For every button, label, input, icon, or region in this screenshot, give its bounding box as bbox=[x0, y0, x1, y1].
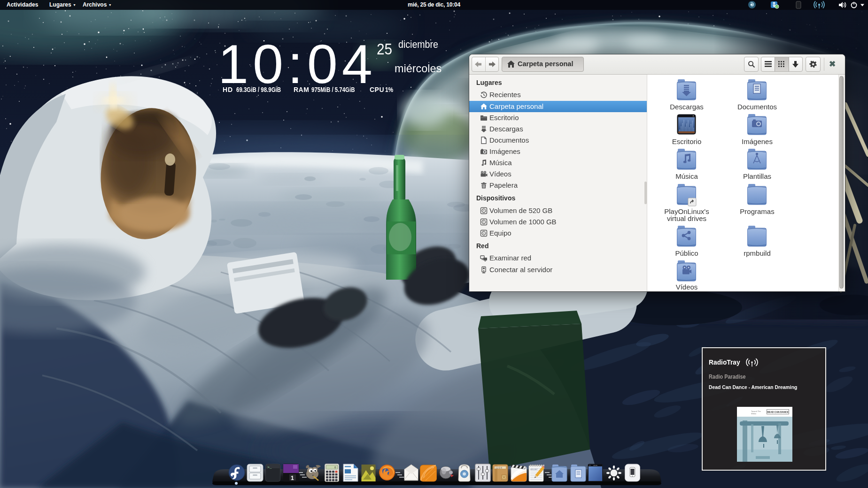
svg-text:1 2 3 4: 1 2 3 4 bbox=[496, 467, 502, 469]
svg-text:>_: >_ bbox=[267, 465, 272, 469]
svg-text:1: 1 bbox=[291, 475, 294, 481]
svg-text:xterm: xterm bbox=[593, 465, 597, 466]
svg-text:abcdef: abcdef bbox=[530, 468, 538, 471]
